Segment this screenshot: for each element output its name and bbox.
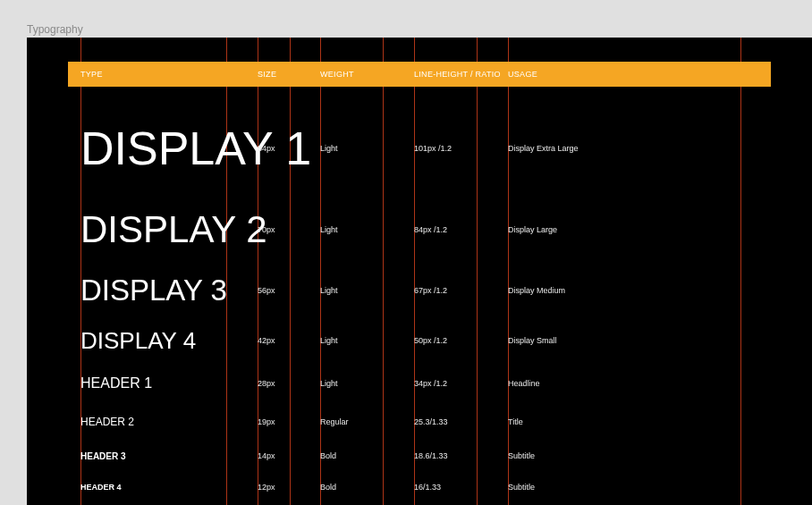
cell-size: 42px bbox=[258, 336, 275, 345]
cell-lh: 16/1.33 bbox=[414, 483, 441, 492]
cell-size: 14px bbox=[258, 451, 275, 460]
cell-usage: Headline bbox=[508, 379, 540, 388]
sample-text: DISPLAY 4 bbox=[80, 327, 196, 355]
col-header-usage: USAGE bbox=[508, 70, 537, 79]
cell-lh: 18.6/1.33 bbox=[414, 451, 448, 460]
cell-weight: Light bbox=[320, 379, 338, 388]
cell-weight: Bold bbox=[320, 451, 336, 460]
col-header-weight: WEIGHT bbox=[320, 70, 354, 79]
cell-usage: Title bbox=[508, 417, 523, 426]
design-frame: Typography TYPE SIZE WEIGHT LINE-HEIGHT … bbox=[27, 23, 812, 505]
cell-size: 28px bbox=[258, 379, 275, 388]
cell-size: 84px bbox=[258, 144, 275, 153]
cell-usage: Display Extra Large bbox=[508, 144, 579, 153]
cell-lh: 84px /1.2 bbox=[414, 225, 447, 234]
cell-usage: Subtitle bbox=[508, 483, 535, 492]
cell-weight: Light bbox=[320, 225, 338, 234]
cell-usage: Subtitle bbox=[508, 451, 535, 460]
cell-lh: 67px /1.2 bbox=[414, 286, 447, 295]
cell-lh: 101px /1.2 bbox=[414, 144, 452, 153]
cell-weight: Light bbox=[320, 286, 338, 295]
col-header-lineheight: LINE-HEIGHT / RATIO bbox=[414, 70, 501, 79]
cell-size: 19px bbox=[258, 417, 275, 426]
sample-text: HEADER 1 bbox=[80, 375, 152, 391]
page-title: Typography bbox=[27, 23, 812, 36]
sample-text: DISPLAY 2 bbox=[80, 208, 267, 251]
cell-weight: Light bbox=[320, 144, 338, 153]
table-row: HEADER 2 19px Regular 25.3/1.33 Title bbox=[27, 404, 812, 440]
sample-text: DISPLAY 1 bbox=[80, 122, 311, 175]
sample-text: HEADER 2 bbox=[80, 416, 134, 428]
table-row: DISPLAY 2 70px Light 84px /1.2 Display L… bbox=[27, 197, 812, 263]
cell-weight: Regular bbox=[320, 417, 349, 426]
cell-size: 70px bbox=[258, 225, 275, 234]
cell-usage: Display Large bbox=[508, 225, 557, 234]
cell-weight: Light bbox=[320, 336, 338, 345]
table-header-row: TYPE SIZE WEIGHT LINE-HEIGHT / RATIO USA… bbox=[68, 62, 771, 87]
table-row: Header 4 12px Bold 16/1.33 Subtitle bbox=[27, 472, 812, 502]
table-row: DISPLAY 3 56px Light 67px /1.2 Display M… bbox=[27, 263, 812, 318]
typography-spec-canvas: TYPE SIZE WEIGHT LINE-HEIGHT / RATIO USA… bbox=[27, 38, 812, 505]
table-row: HEADER 1 28px Light 34px /1.2 Headline bbox=[27, 363, 812, 404]
table-row: DISPLAY 4 42px Light 50px /1.2 Display S… bbox=[27, 318, 812, 363]
sample-text: DISPLAY 3 bbox=[80, 274, 227, 307]
cell-lh: 50px /1.2 bbox=[414, 336, 447, 345]
cell-weight: Bold bbox=[320, 483, 336, 492]
table-row: HEADER 3 14px Bold 18.6/1.33 Subtitle bbox=[27, 440, 812, 472]
table-row: DISPLAY 1 84px Light 101px /1.2 Display … bbox=[27, 100, 812, 197]
cell-size: 56px bbox=[258, 286, 275, 295]
table-body: DISPLAY 1 84px Light 101px /1.2 Display … bbox=[27, 100, 812, 505]
cell-usage: Display Medium bbox=[508, 286, 565, 295]
col-header-size: SIZE bbox=[258, 70, 276, 79]
cell-lh: 34px /1.2 bbox=[414, 379, 447, 388]
col-header-type: TYPE bbox=[80, 70, 103, 79]
sample-text: HEADER 3 bbox=[80, 451, 126, 461]
cell-lh: 25.3/1.33 bbox=[414, 417, 448, 426]
sample-text: Header 4 bbox=[80, 483, 122, 492]
cell-size: 12px bbox=[258, 483, 275, 492]
cell-usage: Display Small bbox=[508, 336, 557, 345]
